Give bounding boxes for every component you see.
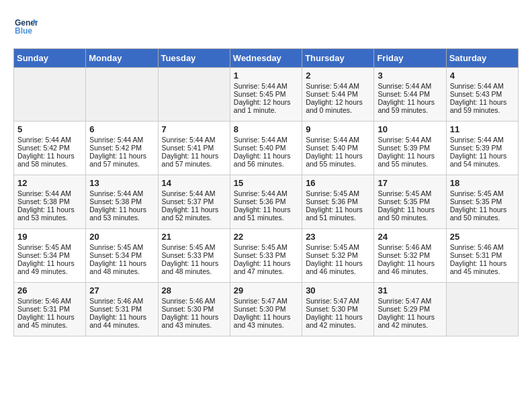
daylight-text: Daylight: 11 hours and 52 minutes. <box>162 205 226 222</box>
daylight-text: Daylight: 11 hours and 53 minutes. <box>17 205 82 222</box>
day-number: 10 <box>378 124 442 134</box>
day-number: 23 <box>306 232 370 242</box>
day-number: 21 <box>162 232 226 242</box>
day-number: 20 <box>89 232 154 242</box>
week-row-3: 12Sunrise: 5:44 AMSunset: 5:38 PMDayligh… <box>14 175 519 229</box>
sunset-text: Sunset: 5:29 PM <box>378 305 442 313</box>
calendar-cell: 29Sunrise: 5:47 AMSunset: 5:30 PMDayligh… <box>230 283 302 336</box>
sunrise-text: Sunrise: 5:46 AM <box>378 243 442 251</box>
calendar-cell: 28Sunrise: 5:46 AMSunset: 5:30 PMDayligh… <box>158 283 230 336</box>
sunset-text: Sunset: 5:37 PM <box>162 197 226 205</box>
daylight-text: Daylight: 11 hours and 47 minutes. <box>234 259 298 275</box>
calendar-cell: 30Sunrise: 5:47 AMSunset: 5:30 PMDayligh… <box>302 283 374 336</box>
weekday-header-tuesday: Tuesday <box>158 49 230 68</box>
day-number: 5 <box>17 124 82 134</box>
calendar-cell: 23Sunrise: 5:45 AMSunset: 5:32 PMDayligh… <box>302 229 374 283</box>
sunset-text: Sunset: 5:33 PM <box>162 251 226 259</box>
calendar-body: 1Sunrise: 5:44 AMSunset: 5:45 PMDaylight… <box>14 68 519 336</box>
sunset-text: Sunset: 5:36 PM <box>306 197 370 205</box>
daylight-text: Daylight: 11 hours and 57 minutes. <box>89 152 154 168</box>
day-number: 25 <box>450 232 515 242</box>
day-number: 15 <box>234 178 298 188</box>
daylight-text: Daylight: 11 hours and 46 minutes. <box>378 259 442 275</box>
sunset-text: Sunset: 5:44 PM <box>306 90 370 98</box>
sunrise-text: Sunrise: 5:45 AM <box>306 189 370 197</box>
day-number: 29 <box>234 285 298 295</box>
day-number: 30 <box>306 285 370 295</box>
calendar-cell: 14Sunrise: 5:44 AMSunset: 5:37 PMDayligh… <box>158 175 230 229</box>
sunset-text: Sunset: 5:42 PM <box>17 144 82 152</box>
daylight-text: Daylight: 12 hours and 1 minute. <box>234 98 298 114</box>
logo: General Blue <box>13 13 40 38</box>
daylight-text: Daylight: 11 hours and 57 minutes. <box>162 152 226 168</box>
daylight-text: Daylight: 11 hours and 44 minutes. <box>89 313 154 329</box>
sunset-text: Sunset: 5:35 PM <box>378 197 442 205</box>
daylight-text: Daylight: 11 hours and 42 minutes. <box>378 313 442 329</box>
calendar-cell: 8Sunrise: 5:44 AMSunset: 5:40 PMDaylight… <box>230 122 302 175</box>
calendar-cell: 22Sunrise: 5:45 AMSunset: 5:33 PMDayligh… <box>230 229 302 283</box>
weekday-header-saturday: Saturday <box>446 49 518 68</box>
sunrise-text: Sunrise: 5:44 AM <box>378 136 442 144</box>
calendar-table: SundayMondayTuesdayWednesdayThursdayFrid… <box>13 48 519 336</box>
daylight-text: Daylight: 11 hours and 48 minutes. <box>89 259 154 275</box>
daylight-text: Daylight: 11 hours and 45 minutes. <box>17 313 82 329</box>
calendar-cell: 24Sunrise: 5:46 AMSunset: 5:32 PMDayligh… <box>374 229 446 283</box>
day-number: 27 <box>89 285 154 295</box>
sunrise-text: Sunrise: 5:44 AM <box>306 82 370 90</box>
sunset-text: Sunset: 5:38 PM <box>89 197 154 205</box>
weekday-header-thursday: Thursday <box>302 49 374 68</box>
day-number: 17 <box>378 178 442 188</box>
day-number: 26 <box>17 285 82 295</box>
day-number: 14 <box>162 178 226 188</box>
day-number: 22 <box>234 232 298 242</box>
week-row-2: 5Sunrise: 5:44 AMSunset: 5:42 PMDaylight… <box>14 122 519 175</box>
sunset-text: Sunset: 5:38 PM <box>17 197 82 205</box>
daylight-text: Daylight: 12 hours and 0 minutes. <box>306 98 370 114</box>
day-number: 31 <box>378 285 442 295</box>
sunrise-text: Sunrise: 5:44 AM <box>234 189 298 197</box>
daylight-text: Daylight: 11 hours and 50 minutes. <box>450 205 515 222</box>
logo-icon: General Blue <box>13 13 38 38</box>
calendar-cell: 25Sunrise: 5:46 AMSunset: 5:31 PMDayligh… <box>446 229 518 283</box>
sunset-text: Sunset: 5:44 PM <box>378 90 442 98</box>
calendar-cell: 9Sunrise: 5:44 AMSunset: 5:40 PMDaylight… <box>302 122 374 175</box>
day-number: 6 <box>89 124 154 134</box>
sunset-text: Sunset: 5:31 PM <box>89 305 154 313</box>
sunset-text: Sunset: 5:39 PM <box>378 144 442 152</box>
sunset-text: Sunset: 5:30 PM <box>306 305 370 313</box>
daylight-text: Daylight: 11 hours and 43 minutes. <box>162 313 226 329</box>
calendar-cell <box>446 283 518 336</box>
daylight-text: Daylight: 11 hours and 53 minutes. <box>89 205 154 222</box>
sunrise-text: Sunrise: 5:44 AM <box>89 189 154 197</box>
week-row-4: 19Sunrise: 5:45 AMSunset: 5:34 PMDayligh… <box>14 229 519 283</box>
sunset-text: Sunset: 5:34 PM <box>17 251 82 259</box>
sunrise-text: Sunrise: 5:44 AM <box>17 136 82 144</box>
day-number: 16 <box>306 178 370 188</box>
sunrise-text: Sunrise: 5:44 AM <box>306 136 370 144</box>
sunrise-text: Sunrise: 5:45 AM <box>450 189 515 197</box>
sunset-text: Sunset: 5:32 PM <box>306 251 370 259</box>
daylight-text: Daylight: 11 hours and 54 minutes. <box>450 152 515 168</box>
calendar-cell: 13Sunrise: 5:44 AMSunset: 5:38 PMDayligh… <box>86 175 158 229</box>
sunrise-text: Sunrise: 5:44 AM <box>17 189 82 197</box>
calendar-cell: 27Sunrise: 5:46 AMSunset: 5:31 PMDayligh… <box>86 283 158 336</box>
sunrise-text: Sunrise: 5:46 AM <box>162 297 226 305</box>
calendar-cell: 20Sunrise: 5:45 AMSunset: 5:34 PMDayligh… <box>86 229 158 283</box>
calendar-cell: 12Sunrise: 5:44 AMSunset: 5:38 PMDayligh… <box>14 175 86 229</box>
sunrise-text: Sunrise: 5:46 AM <box>89 297 154 305</box>
sunrise-text: Sunrise: 5:45 AM <box>234 243 298 251</box>
sunrise-text: Sunrise: 5:45 AM <box>89 243 154 251</box>
sunset-text: Sunset: 5:42 PM <box>89 144 154 152</box>
daylight-text: Daylight: 11 hours and 58 minutes. <box>17 152 82 168</box>
day-number: 2 <box>306 71 370 81</box>
sunrise-text: Sunrise: 5:46 AM <box>17 297 82 305</box>
daylight-text: Daylight: 11 hours and 59 minutes. <box>450 98 515 114</box>
sunrise-text: Sunrise: 5:46 AM <box>450 243 515 251</box>
sunset-text: Sunset: 5:32 PM <box>378 251 442 259</box>
sunset-text: Sunset: 5:35 PM <box>450 197 515 205</box>
weekday-header-sunday: Sunday <box>14 49 86 68</box>
day-number: 4 <box>450 71 515 81</box>
sunset-text: Sunset: 5:40 PM <box>234 144 298 152</box>
day-number: 9 <box>306 124 370 134</box>
calendar-cell: 31Sunrise: 5:47 AMSunset: 5:29 PMDayligh… <box>374 283 446 336</box>
